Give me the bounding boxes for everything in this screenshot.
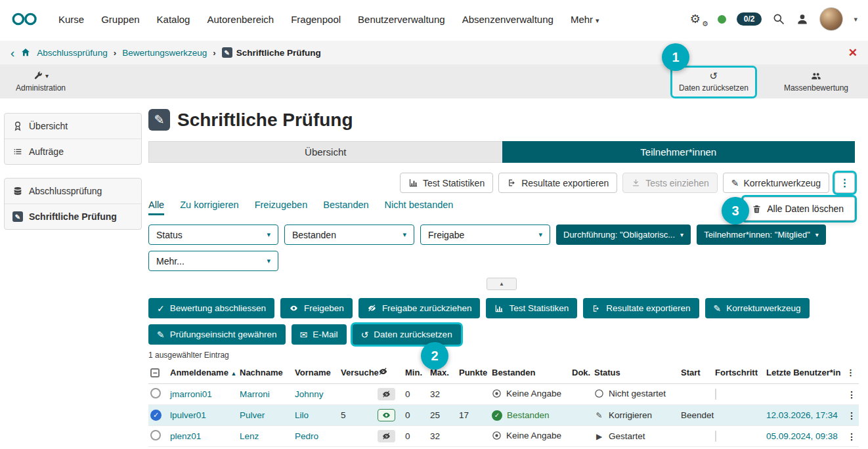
filter-mehr-select[interactable]: Mehr... ▾ — [148, 251, 278, 271]
list-icon — [12, 146, 23, 157]
column-header-bestanden[interactable]: Bestanden — [490, 361, 570, 384]
avatar[interactable] — [819, 7, 843, 31]
row-checkbox-checked[interactable]: ✓ — [150, 410, 162, 421]
select-all-checkbox[interactable]: − — [150, 368, 160, 377]
column-header-letzte-benutzerin[interactable]: Letzte Benutzer*in — [764, 361, 844, 384]
nav-item-benutzerverwaltung[interactable]: Benutzerverwaltung — [349, 9, 454, 30]
tab-teilnehmerinnen[interactable]: Teilnehmer*innen — [502, 141, 856, 163]
last-user-cell — [764, 384, 844, 405]
column-header-punkte[interactable]: Punkte — [457, 361, 490, 384]
infinity-logo-icon[interactable] — [11, 11, 39, 27]
lastname-link[interactable]: Lenz — [240, 431, 259, 441]
administration-button[interactable]: ▾ Administration — [9, 68, 72, 96]
lastname-link[interactable]: Marroni — [240, 389, 270, 399]
column-header-fortschritt[interactable]: Fortschritt — [713, 361, 764, 384]
row-checkbox[interactable] — [150, 388, 161, 398]
lastname-link[interactable]: Pulver — [240, 410, 265, 420]
firstname-link[interactable]: Pedro — [295, 431, 318, 441]
row-kebab-button[interactable]: ⋮ — [844, 426, 859, 447]
login-link[interactable]: lpulver01 — [170, 410, 206, 420]
correction-tool-bulk-button[interactable]: ✎ Korrekturwerkzeug — [705, 298, 810, 318]
last-user-link[interactable]: 12.03.2026, 17:34 — [766, 410, 838, 420]
row-checkbox[interactable] — [150, 430, 161, 440]
settings-gears-icon[interactable]: ⚙⚙ — [690, 12, 707, 26]
column-header-vorname[interactable]: Vorname — [293, 361, 339, 384]
filter-durchfuehrung-active[interactable]: Durchführung: "Obligatorisc... ▾ — [556, 224, 691, 245]
more-actions-kebab-button[interactable]: ⋮ — [835, 173, 855, 193]
correction-tool-button[interactable]: ✎ Korrekturwerkzeug — [723, 173, 829, 193]
nav-item-kurse[interactable]: Kurse — [50, 9, 93, 30]
main-panel: ✎ Schriftliche Prüfung Übersicht Teilneh… — [148, 109, 855, 447]
column-header-nachname[interactable]: Nachname — [238, 361, 293, 384]
max-cell: 32 — [428, 426, 457, 447]
search-icon[interactable] — [772, 12, 785, 26]
nav-item-autorenbereich[interactable]: Autorenbereich — [198, 9, 282, 30]
row-kebab-button[interactable]: ⋮ — [844, 384, 859, 405]
export-icon — [507, 178, 517, 188]
sidebar-item-uebersicht[interactable]: Übersicht — [5, 114, 141, 139]
email-button[interactable]: ✉ E-Mail — [292, 324, 347, 345]
sidebar-item-schriftliche-pruefung[interactable]: ✎ Schriftliche Prüfung — [5, 203, 141, 229]
breadcrumb-link-abschlusspruefung[interactable]: Abschlussprüfung — [37, 48, 107, 58]
chevron-down-icon: ▾ — [267, 257, 271, 265]
login-link[interactable]: plenz01 — [170, 431, 201, 441]
tab-uebersicht[interactable]: Übersicht — [148, 141, 502, 163]
release-button[interactable]: Freigeben — [280, 298, 353, 318]
collapse-filters-button[interactable]: ▲ — [487, 278, 517, 290]
test-statistics-button[interactable]: Test Statistiken — [400, 173, 493, 193]
back-button[interactable]: ‹ — [11, 47, 14, 59]
column-header-start[interactable]: Start — [679, 361, 713, 384]
firstname-link[interactable]: Lilo — [295, 410, 309, 420]
filter-status-select[interactable]: Status ▾ — [148, 224, 278, 245]
table-header-row: − Anmeldename ▲ Nachname Vorname Versuch… — [148, 361, 859, 384]
hidden-badge — [378, 430, 395, 442]
top-navbar: Kurse Gruppen Katalog Autorenbereich Fra… — [0, 0, 868, 38]
breadcrumb-link-bewertungswerkzeug[interactable]: Bewertungswerkzeug — [122, 48, 207, 58]
nav-item-gruppen[interactable]: Gruppen — [93, 9, 148, 30]
test-statistics-bulk-button[interactable]: Test Statistiken — [486, 298, 577, 318]
filter-tab-bestanden[interactable]: Bestanden — [323, 200, 368, 215]
filter-freigabe-select[interactable]: Freigabe ▾ — [420, 224, 550, 245]
filter-tab-zu-korrigieren[interactable]: Zu korrigieren — [180, 200, 238, 215]
column-header-status[interactable]: Status — [592, 361, 679, 384]
grant-exam-review-button[interactable]: ✎ Prüfungseinsicht gewähren — [148, 324, 286, 345]
home-icon[interactable] — [20, 47, 31, 58]
tasks-count-badge[interactable]: 0/2 — [737, 12, 762, 26]
sidebar-item-abschlusspruefung[interactable]: Abschlussprüfung — [5, 179, 141, 203]
filter-row: Status ▾ Bestanden ▾ Freigabe ▾ Durchfüh… — [148, 224, 855, 271]
column-header-anmeldename[interactable]: Anmeldename ▲ — [168, 361, 238, 384]
points-cell — [457, 426, 490, 447]
column-header-visibility[interactable] — [376, 361, 403, 384]
filter-bestanden-select[interactable]: Bestanden ▾ — [284, 224, 414, 245]
login-link[interactable]: jmarroni01 — [170, 389, 212, 399]
export-results-bulk-button[interactable]: Resultate exportieren — [583, 298, 699, 318]
row-kebab-button[interactable]: ⋮ — [844, 405, 859, 426]
reset-data-toolbar-button[interactable]: ↺ Daten zurücksetzen — [672, 68, 755, 96]
column-header-dok[interactable]: Dok. — [570, 361, 592, 384]
filter-tab-alle[interactable]: Alle — [148, 200, 164, 215]
nav-item-mehr[interactable]: Mehr▾ — [562, 9, 608, 30]
export-results-button[interactable]: Resultate exportieren — [498, 173, 617, 193]
nav-item-katalog[interactable]: Katalog — [148, 9, 199, 30]
user-profile-icon[interactable] — [796, 12, 809, 26]
mass-assessment-button[interactable]: Massenbewertung — [777, 68, 855, 96]
table-settings-kebab[interactable]: ⋮ — [844, 361, 859, 384]
firstname-link[interactable]: Johnny — [295, 389, 324, 399]
nav-item-fragenpool[interactable]: Fragenpool — [282, 9, 349, 30]
withdraw-release-button[interactable]: Freigabe zurückziehen — [358, 298, 481, 318]
finish-assessment-button[interactable]: ✓ Bewertung abschliessen — [148, 298, 274, 318]
sidebar-item-auftraege[interactable]: Aufträge — [5, 139, 141, 164]
title-row: ✎ Schriftliche Prüfung — [148, 109, 855, 131]
filter-teilnehmer-active[interactable]: Teilnehmer*innen: "Mitglied" ▾ — [697, 224, 826, 245]
close-icon[interactable]: ✕ — [848, 46, 857, 60]
bulk-action-row-2: ✎ Prüfungseinsicht gewähren ✉ E-Mail ↺ D… — [148, 324, 855, 345]
chevron-down-icon[interactable]: ▾ — [854, 15, 857, 24]
column-header-versuche[interactable]: Versuche — [339, 361, 376, 384]
nav-item-absenzenverwaltung[interactable]: Absenzenverwaltung — [454, 9, 562, 30]
menu-item-delete-all-data[interactable]: Alle Daten löschen — [743, 197, 855, 221]
last-user-link[interactable]: 05.09.2024, 09:38 — [766, 431, 838, 441]
status-cell: Nicht gestartet — [594, 389, 666, 398]
filter-tab-nicht-bestanden[interactable]: Nicht bestanden — [385, 200, 454, 215]
filter-tab-freizugeben[interactable]: Freizugeben — [255, 200, 308, 215]
reset-data-bulk-button[interactable]: ↺ Daten zurücksetzen — [353, 324, 461, 345]
